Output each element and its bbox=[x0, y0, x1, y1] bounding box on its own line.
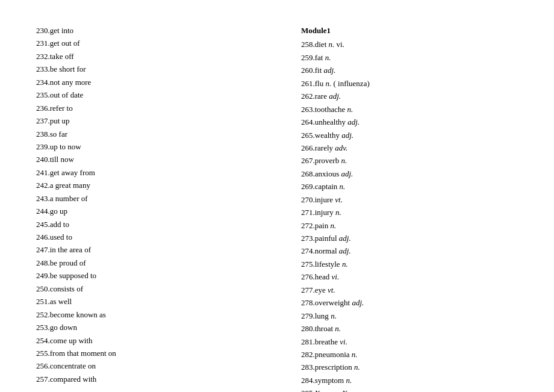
list-item: 261.flu n. ( influenza) bbox=[301, 77, 518, 90]
list-item: 271.injury n. bbox=[301, 206, 518, 219]
list-item: 231.get out of bbox=[36, 37, 253, 49]
list-item: 244.go up bbox=[36, 205, 253, 217]
list-item: 276.head vi. bbox=[301, 270, 518, 283]
list-item: 264.unhealthy adj. bbox=[301, 116, 518, 128]
list-item: 266.rarely adv. bbox=[301, 142, 518, 154]
list-item: 280.throat n. bbox=[301, 322, 518, 335]
list-item: 273.painful adj. bbox=[301, 232, 518, 244]
list-item: 285.X ray n. X bbox=[301, 387, 518, 392]
list-item: 269.captain n. bbox=[301, 180, 518, 193]
list-item: 268.anxious adj. bbox=[301, 167, 518, 180]
list-item: 242.a great many bbox=[36, 179, 253, 191]
list-item: 275.lifestyle n. bbox=[301, 258, 518, 270]
list-item: 281.breathe vi. bbox=[301, 335, 518, 348]
list-item: 248.be proud of bbox=[36, 257, 253, 269]
list-item: 237.put up bbox=[36, 114, 253, 127]
list-item: 270.injure vt. bbox=[301, 193, 518, 206]
list-item: 232.take off bbox=[36, 50, 253, 63]
list-item: 235.out of date bbox=[36, 89, 253, 101]
list-item: 230.get into bbox=[36, 24, 253, 37]
list-item: 238.so far bbox=[36, 128, 253, 140]
list-item: 262.rare adj. bbox=[301, 90, 518, 102]
list-item: 256.concentrate on bbox=[36, 359, 253, 372]
list-item: 245.add to bbox=[36, 218, 253, 231]
list-item: 251.as well bbox=[36, 295, 253, 308]
list-item: 241.get away from bbox=[36, 166, 253, 179]
list-item: 243.a number of bbox=[36, 192, 253, 205]
list-item: 250.consists of bbox=[36, 282, 253, 295]
right-column: Module1258.diet n. vi.259.fat n.260.fit … bbox=[289, 24, 518, 392]
list-item: 236.refer to bbox=[36, 102, 253, 114]
list-item: 249.be supposed to bbox=[36, 269, 253, 282]
list-item: 257.compared with bbox=[36, 373, 253, 385]
list-item: 283.prescription n. bbox=[301, 361, 518, 373]
list-item: 282.pneumonia n. bbox=[301, 348, 518, 361]
list-item: 259.fat n. bbox=[301, 51, 518, 64]
list-item: 247.in the area of bbox=[36, 243, 253, 256]
module-title: Module1 bbox=[301, 24, 518, 37]
list-item: 234.not any more bbox=[36, 76, 253, 89]
list-item: 246.used to bbox=[36, 231, 253, 243]
left-column: 230.get into231.get out of232.take off23… bbox=[36, 24, 265, 392]
list-item: 277.eye vt. bbox=[301, 284, 518, 296]
list-item: 274.normal adj. bbox=[301, 244, 518, 257]
list-item: 233.be short for bbox=[36, 63, 253, 75]
list-item: 253.go down bbox=[36, 321, 253, 334]
list-item: 278.overweight adj. bbox=[301, 296, 518, 309]
list-item: 265.wealthy adj. bbox=[301, 129, 518, 142]
list-item: 272.pain n. bbox=[301, 219, 518, 232]
list-item: 279.lung n. bbox=[301, 310, 518, 322]
page: 230.get into231.get out of232.take off23… bbox=[0, 0, 554, 392]
list-item: 267.proverb n. bbox=[301, 154, 518, 167]
list-item: 260.fit adj. bbox=[301, 64, 518, 76]
list-item: 239.up to now bbox=[36, 140, 253, 153]
list-item: 255.from that moment on bbox=[36, 347, 253, 359]
content-columns: 230.get into231.get out of232.take off23… bbox=[36, 24, 518, 392]
list-item: 240.till now bbox=[36, 153, 253, 166]
list-item: 258.diet n. vi. bbox=[301, 38, 518, 51]
list-item: 252.become known as bbox=[36, 308, 253, 321]
list-item: 284.symptom n. bbox=[301, 374, 518, 387]
list-item: 254.come up with bbox=[36, 334, 253, 347]
list-item: 263.toothache n. bbox=[301, 103, 518, 116]
